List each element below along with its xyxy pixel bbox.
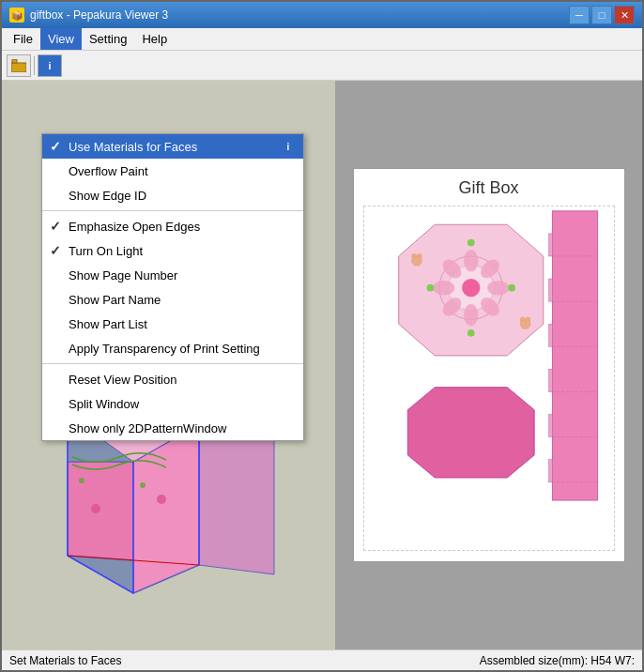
title-bar: 📦 giftbox - Pepakura Viewer 3 ─ □ ✕ (2, 2, 642, 28)
svg-point-39 (467, 329, 474, 337)
svg-point-22 (79, 478, 84, 483)
menu-show-part-name[interactable]: Show Part Name (42, 287, 303, 312)
svg-rect-2 (12, 59, 17, 63)
info-button[interactable]: i (38, 54, 62, 77)
info-icon[interactable]: i (281, 139, 296, 154)
view-2d[interactable]: Gift Box (335, 81, 642, 649)
minimize-button[interactable]: ─ (569, 6, 590, 24)
svg-point-30 (487, 281, 509, 295)
reset-view-label: Reset View Position (69, 373, 176, 387)
svg-rect-46 (552, 211, 597, 500)
menu-view[interactable]: View (40, 28, 82, 50)
title-bar-buttons: ─ □ ✕ (569, 6, 635, 24)
menu-reset-view[interactable]: Reset View Position (42, 367, 303, 391)
window-title: giftbox - Pepakura Viewer 3 (30, 8, 569, 22)
checkmark-emphasize: ✓ (50, 219, 61, 234)
checkmark-light: ✓ (50, 243, 61, 258)
menu-show-page-number[interactable]: Show Page Number (42, 263, 303, 287)
menu-overflow-paint[interactable]: Overflow Paint (42, 159, 303, 183)
svg-rect-52 (548, 460, 552, 482)
svg-point-35 (462, 279, 480, 297)
close-button[interactable]: ✕ (614, 6, 635, 24)
svg-point-44 (519, 317, 525, 323)
turn-on-light-label: Turn On Light (69, 244, 143, 258)
show-page-number-label: Show Page Number (69, 268, 177, 283)
svg-point-21 (157, 495, 166, 504)
split-window-label: Split Window (69, 397, 139, 411)
menu-show-edge-id[interactable]: Show Edge ID (42, 183, 303, 207)
emphasize-label: Emphasize Open Edges (69, 220, 200, 234)
svg-rect-49 (548, 324, 552, 346)
toolbar: i (2, 51, 642, 81)
maximize-button[interactable]: □ (591, 6, 612, 24)
svg-point-38 (467, 239, 474, 247)
separator-2 (42, 363, 303, 364)
svg-rect-50 (548, 369, 552, 391)
svg-rect-48 (548, 279, 552, 301)
pattern-title: Gift Box (363, 178, 615, 198)
svg-point-37 (508, 284, 515, 292)
apply-transparency-label: Apply Transparency of Print Setting (69, 342, 260, 356)
svg-point-36 (426, 284, 434, 292)
svg-marker-5 (199, 424, 274, 574)
menu-setting[interactable]: Setting (82, 28, 134, 50)
status-left: Set Materials to Faces (9, 654, 480, 667)
menu-turn-on-light[interactable]: ✓ Turn On Light (42, 238, 303, 263)
svg-rect-1 (11, 63, 26, 72)
svg-rect-51 (548, 415, 552, 437)
show-edge-id-label: Show Edge ID (69, 189, 146, 203)
status-right: Assembled size(mm): H54 W7: (480, 654, 635, 667)
use-materials-label: Use Materials for Faces (69, 140, 197, 154)
svg-point-23 (140, 482, 146, 488)
svg-point-45 (525, 317, 530, 323)
status-bar: Set Materials to Faces Assembled size(mm… (2, 649, 642, 670)
svg-rect-47 (548, 234, 552, 256)
svg-point-29 (433, 281, 454, 295)
svg-point-27 (464, 250, 478, 271)
open-button[interactable] (7, 54, 31, 77)
show-part-name-label: Show Part Name (69, 293, 161, 307)
menu-emphasize-open-edges[interactable]: ✓ Emphasize Open Edges (42, 214, 303, 238)
menu-show-part-list[interactable]: Show Part List (42, 312, 303, 336)
svg-point-42 (416, 253, 422, 259)
checkmark-use-materials: ✓ (50, 139, 61, 154)
menu-bar: File View Setting Help (2, 28, 642, 51)
menu-use-materials[interactable]: ✓ Use Materials for Faces i (42, 134, 303, 159)
menu-show-2d-only[interactable]: Show only 2DPatternWindow (42, 416, 303, 440)
menu-help[interactable]: Help (134, 28, 175, 50)
svg-marker-59 (407, 388, 534, 478)
menu-file[interactable]: File (6, 28, 40, 50)
svg-point-20 (91, 504, 100, 513)
show-part-list-label: Show Part List (69, 317, 147, 331)
window-icon: 📦 (9, 8, 24, 23)
main-window: 📦 giftbox - Pepakura Viewer 3 ─ □ ✕ File… (0, 0, 644, 672)
main-content: Gift Box (2, 81, 642, 649)
separator-1 (42, 210, 303, 211)
svg-point-41 (411, 253, 417, 259)
overflow-paint-label: Overflow Paint (69, 164, 148, 178)
show-2d-only-label: Show only 2DPatternWindow (69, 421, 226, 435)
svg-point-28 (464, 304, 478, 326)
menu-apply-transparency[interactable]: Apply Transparency of Print Setting (42, 336, 303, 360)
pattern-inner (363, 206, 615, 551)
menu-split-window[interactable]: Split Window (42, 391, 303, 416)
pattern-paper: Gift Box (353, 168, 625, 562)
view-dropdown-menu[interactable]: ✓ Use Materials for Faces i Overflow Pai… (41, 133, 304, 441)
